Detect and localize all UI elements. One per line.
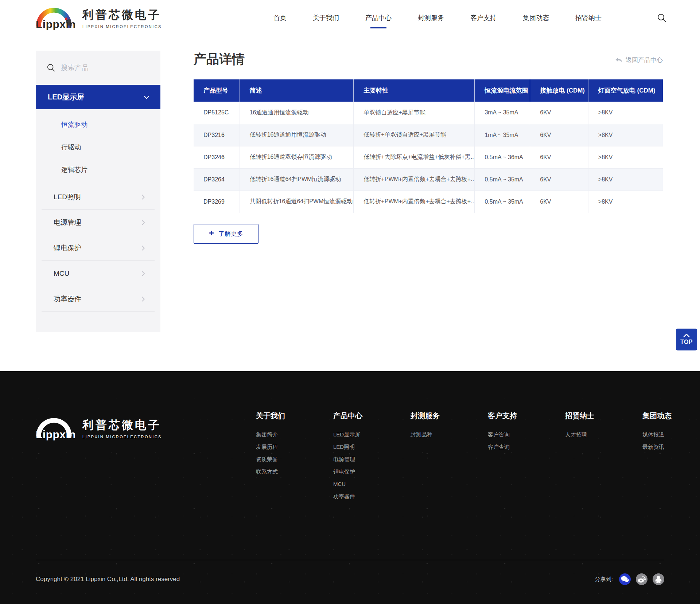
footer-column-title[interactable]: 关于我们 [256, 411, 333, 421]
table-header-cell: 灯面空气放电 (CDM) [588, 79, 663, 102]
footer-link[interactable]: 资质荣誉 [256, 456, 333, 463]
search-icon[interactable] [657, 13, 666, 23]
table-header-cell: 简述 [240, 79, 354, 102]
footer-link[interactable]: 人才招聘 [565, 431, 642, 438]
footer-link[interactable]: 功率器件 [333, 493, 411, 500]
qq-icon[interactable] [653, 573, 664, 585]
footer-column-title[interactable]: 招贤纳士 [565, 411, 642, 421]
sidebar-subitem[interactable]: 逻辑芯片 [36, 158, 160, 181]
footer-column: 产品中心LED显示屏LED照明电源管理锂电保护MCU功率器件 [333, 411, 411, 505]
nav-item[interactable]: 关于我们 [313, 13, 339, 22]
logo-cn-name: 利普芯微电子 [82, 7, 162, 23]
copyright-text: Copyright © 2021 Lippxin Co.,Ltd. All ri… [36, 576, 180, 583]
learn-more-button[interactable]: + 了解更多 [194, 224, 258, 244]
page-title: 产品详情 [194, 51, 245, 67]
table-cell: 6KV [530, 124, 588, 146]
footer-column-title[interactable]: 客户支持 [488, 411, 565, 421]
sidebar-category[interactable]: MCU [42, 261, 155, 286]
chevron-right-icon [141, 245, 145, 251]
chevron-right-icon [141, 220, 145, 225]
footer-link[interactable]: 最新资讯 [642, 443, 672, 451]
footer-column: 关于我们集团简介发展历程资质荣誉联系方式 [256, 411, 333, 505]
table-header-row: 产品型号简述主要特性恒流源电流范围接触放电 (CDM)灯面空气放电 (CDM) [194, 79, 663, 102]
wechat-icon[interactable] [619, 573, 631, 585]
header: Lippxin 利普芯微电子 LIPPXIN MICROELECTRONICS … [0, 0, 700, 36]
chevron-right-icon [141, 194, 145, 200]
chevron-down-icon [144, 95, 149, 99]
logo-text-block: 利普芯微电子 LIPPXIN MICROELECTRONICS [82, 7, 162, 29]
nav-item[interactable]: 产品中心 [365, 13, 392, 22]
table-cell: 低转折+去除坏点+电流增益+低灰补偿+黑... [354, 146, 475, 168]
table-header-cell: 产品型号 [194, 79, 240, 102]
sidebar-category[interactable]: 锂电保护 [42, 235, 155, 261]
table-cell: 6KV [530, 191, 588, 213]
sidebar-category[interactable]: LED照明 [42, 184, 155, 210]
footer-link[interactable]: 联系方式 [256, 468, 333, 475]
footer-link[interactable]: 媒体报道 [642, 431, 672, 438]
table-row[interactable]: DP3216低转折16通道通用恒流源驱动低转折+单双锁自适应+黑屏节能1mA ~… [194, 124, 663, 146]
footer-logo-cn-name: 利普芯微电子 [82, 417, 162, 433]
table-cell: DP3246 [194, 146, 240, 168]
table-cell: DP5125C [194, 102, 240, 124]
table-cell: DP3264 [194, 168, 240, 191]
page-body: LED显示屏 恒流驱动行驱动逻辑芯片 LED照明电源管理锂电保护MCU功率器件 … [0, 36, 700, 371]
footer-logo-en-name: LIPPXIN MICROELECTRONICS [82, 435, 162, 439]
sidebar-category[interactable]: 电源管理 [42, 210, 155, 235]
footer-link[interactable]: 锂电保护 [333, 468, 411, 475]
footer-logo[interactable]: Lippxin 利普芯微电子 LIPPXIN MICROELECTRONICS [36, 416, 256, 440]
table-row[interactable]: DP3246低转折16通道双锁存恒流源驱动低转折+去除坏点+电流增益+低灰补偿+… [194, 146, 663, 168]
footer-link[interactable]: 电源管理 [333, 456, 411, 463]
footer-link[interactable]: 封测品种 [411, 431, 488, 438]
sidebar-subitem[interactable]: 行驱动 [36, 136, 160, 158]
table-row[interactable]: DP3264低转折16通道64扫PWM恒流源驱动低转折+PWM+内置倍频+去耦合… [194, 168, 663, 191]
footer-link[interactable]: 客户查询 [488, 443, 565, 451]
category-label: LED照明 [54, 192, 81, 202]
main-content: 产品详情 返回产品中心 产品型号简述主要特性恒流源电流范围接触放电 (CDM)灯… [194, 51, 663, 371]
category-label: 功率器件 [54, 294, 81, 304]
table-row[interactable]: DP3269共阴低转折16通道64扫PWM恒流源驱动低转折+PWM+内置倍频+去… [194, 191, 663, 213]
sidebar-category-led-display[interactable]: LED显示屏 [36, 85, 160, 109]
logo-mark: Lippxin [36, 6, 74, 30]
nav-item[interactable]: 客户支持 [470, 13, 497, 22]
search-icon [47, 63, 55, 72]
sidebar: LED显示屏 恒流驱动行驱动逻辑芯片 LED照明电源管理锂电保护MCU功率器件 [36, 51, 160, 332]
back-to-top-button[interactable]: TOP [676, 329, 697, 350]
table-body: DP5125C16通道通用恒流源驱动单双锁自适应+黑屏节能3mA ~ 35mA6… [194, 102, 663, 213]
share-label: 分享到: [595, 576, 613, 583]
table-cell: 1mA ~ 35mA [475, 124, 530, 146]
footer-column-title[interactable]: 集团动态 [642, 411, 672, 421]
footer-link[interactable]: 集团简介 [256, 431, 333, 438]
table-row[interactable]: DP5125C16通道通用恒流源驱动单双锁自适应+黑屏节能3mA ~ 35mA6… [194, 102, 663, 124]
footer-link[interactable]: 客户咨询 [488, 431, 565, 438]
footer-link[interactable]: MCU [333, 481, 411, 488]
table-cell: >8KV [588, 146, 663, 168]
back-to-products-link[interactable]: 返回产品中心 [615, 56, 663, 64]
footer-column-title[interactable]: 产品中心 [333, 411, 411, 421]
logo[interactable]: Lippxin 利普芯微电子 LIPPXIN MICROELECTRONICS [36, 6, 162, 30]
plus-icon: + [209, 229, 214, 238]
nav-item[interactable]: 首页 [273, 13, 287, 22]
footer: Lippxin 利普芯微电子 LIPPXIN MICROELECTRONICS … [0, 371, 700, 604]
footer-link[interactable]: LED照明 [333, 443, 411, 451]
footer-column: 招贤纳士人才招聘 [565, 411, 642, 505]
table-cell: 0.5mA ~ 35mA [475, 191, 530, 213]
search-input[interactable] [61, 64, 141, 72]
sidebar-category[interactable]: 功率器件 [42, 286, 155, 312]
sidebar-sublist: 恒流驱动行驱动逻辑芯片 [36, 109, 160, 184]
footer-column: 集团动态媒体报道最新资讯 [642, 411, 672, 505]
logo-accent-dot [65, 17, 67, 20]
table-header-cell: 主要特性 [354, 79, 475, 102]
table-cell: 低转折16通道通用恒流源驱动 [240, 124, 354, 146]
product-search[interactable] [36, 51, 160, 85]
footer-link[interactable]: 发展历程 [256, 443, 333, 451]
nav-item[interactable]: 封测服务 [418, 13, 444, 22]
table-cell: 低转折16通道64扫PWM恒流源驱动 [240, 168, 354, 191]
sidebar-subitem[interactable]: 恒流驱动 [36, 113, 160, 136]
footer-logo-brand-text: Lippxin [36, 428, 76, 441]
nav-item[interactable]: 集团动态 [523, 13, 549, 22]
nav-item[interactable]: 招贤纳士 [575, 13, 602, 22]
reply-arrow-icon [615, 56, 623, 63]
footer-link[interactable]: LED显示屏 [333, 431, 411, 438]
weibo-icon[interactable] [636, 573, 648, 585]
footer-column-title[interactable]: 封测服务 [411, 411, 488, 421]
